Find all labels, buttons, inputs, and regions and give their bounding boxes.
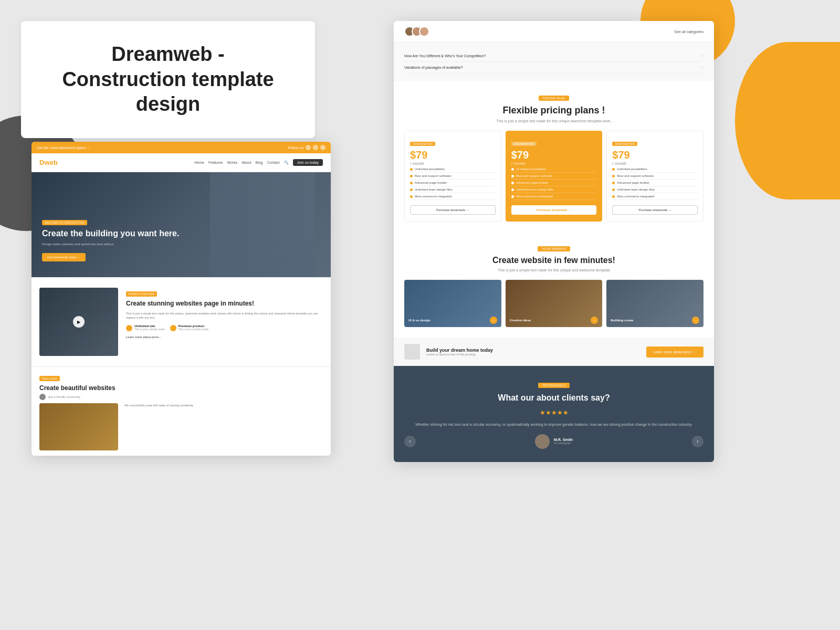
play-button[interactable]: ▶ (73, 316, 85, 328)
plan-feature-2-4: Unlimited team design files (511, 186, 597, 193)
right-mockup: See all categories How Are You Different… (394, 21, 714, 462)
social-icon-2 (313, 145, 318, 150)
mockup-topbar: Get the most advanced option → Follow us (32, 142, 331, 153)
hero-tag: WELCOME TO CONSTRUCTION (42, 220, 87, 225)
nav-link-blog[interactable]: Blog (256, 161, 263, 164)
testimonials-stars: ★★★★★ (404, 409, 704, 416)
right-testimonials: TESTIMONIALS What our about clients say?… (394, 366, 714, 462)
plan-feature-1-1: Unlimited possibilities (410, 166, 496, 173)
plan-period-1: / month (410, 161, 496, 166)
website-image-3: Building create → (606, 280, 704, 327)
mockup-nav-links: Home Features Works About Blog Contact 🔍… (194, 159, 323, 166)
plan-cta-2[interactable]: Purchase dreamweb → (511, 205, 597, 215)
testimonials-prev-button[interactable]: ‹ (404, 436, 416, 447)
plan-feature-1-5: Woo-commerce integrated (410, 193, 496, 200)
pricing-card-3: ORGANISATION $79 / month Unlimited possi… (606, 131, 704, 222)
testimonials-author-avatar (535, 434, 550, 449)
nav-search-icon[interactable]: 🔍 (284, 161, 289, 165)
logo-d: D (39, 159, 44, 166)
topbar-left-text: Get the most advanced option → (37, 146, 90, 150)
feature-text: PRODUCT FEATURE Create stunning websites… (126, 288, 323, 356)
mockup-nav: Dweb Home Features Works About Blog Cont… (32, 153, 331, 172)
logo-suffix: web (44, 159, 57, 166)
hero-title: Create the building you want here. (42, 228, 179, 239)
faq-item-1[interactable]: How Are You Different & Who's Your Compe… (404, 50, 704, 62)
website-subtitle: This is just a simple text made for this… (404, 268, 704, 272)
faq-text-1: How Are You Different & Who's Your Compe… (404, 54, 486, 58)
hero-content: WELCOME TO CONSTRUCTION Create the build… (42, 216, 179, 261)
nav-link-features[interactable]: Features (208, 161, 223, 164)
mockup-logo: Dweb (39, 159, 58, 166)
website-image-btn-2[interactable]: → (591, 317, 598, 324)
feature-description: This is just a simple text made for this… (126, 311, 323, 321)
website-image-btn-3[interactable]: → (692, 317, 699, 324)
feature-item-sub-1: This is just a simple made (134, 328, 165, 331)
plan-feature-2-5: Woo-commerce integrated (511, 193, 597, 200)
nav-cta-button[interactable]: Join us today (293, 159, 323, 166)
website-image-label-3: Building create → (611, 317, 699, 324)
pricing-card-2: ORGANISATION $79 / month UI limited poss… (506, 131, 603, 222)
plan-tag-3: ORGANISATION (612, 142, 637, 146)
hero-cta-button[interactable]: Get dreamweb today → (42, 253, 86, 261)
faq-item-2[interactable]: Variations of passages of available? + (404, 62, 704, 74)
website-image-btn-1[interactable]: → (490, 317, 497, 324)
website-image-1: UI & ux design → (404, 280, 501, 327)
website-image-text-2: Creative ideas (510, 319, 531, 322)
website-image-label-1: UI & ux design → (408, 317, 497, 324)
feature-learn-link[interactable]: Learn more about price › (126, 335, 323, 339)
nav-link-contact[interactable]: Contact (267, 161, 280, 164)
nav-link-about[interactable]: About (242, 161, 251, 164)
plan-tag-2: ORGANISATION (511, 142, 537, 146)
testimonials-author: M.R. Smith Art designer (535, 434, 573, 449)
bottom-image-overlay (39, 403, 118, 450)
feature-items: Unlimited site This is just a simple mad… (126, 324, 323, 331)
feature-title: Create stunning websites page in minutes… (126, 300, 323, 308)
testimonials-next-button[interactable]: › (692, 436, 704, 447)
plan-feature-2-1: UI limited possibilities (511, 166, 597, 173)
bottom-text-content: We successfully cope with tasks of varyi… (124, 403, 323, 450)
pricing-cards: ORGANISATION $79 / month Unlimited possi… (404, 131, 704, 222)
website-image-text-1: UI & ux design (408, 319, 430, 322)
plan-cta-3[interactable]: Purchase dreamweb → (612, 205, 698, 215)
nav-link-works[interactable]: Works (227, 161, 238, 164)
pricing-tag: PRICING PLAN (539, 96, 569, 101)
nav-link-home[interactable]: Home (194, 161, 204, 164)
plan-period-3: / month (612, 161, 698, 166)
website-image-text-3: Building create (611, 319, 633, 322)
plan-feature-3-2: Best and support software (612, 173, 698, 180)
plan-cta-1[interactable]: Purchase dreamweb → (410, 205, 496, 215)
bottom-image (39, 403, 118, 450)
right-nav-avatars (404, 26, 429, 37)
pricing-title: Flexible pricing plans ! (404, 105, 704, 116)
left-mockup: Get the most advanced option → Follow us… (32, 142, 331, 456)
feature-item-text-1: Unlimited site This is just a simple mad… (134, 324, 165, 331)
plan-price-1: $79 (410, 149, 496, 161)
hero-crane-image (210, 172, 315, 277)
topbar-follow-text: Follow us (288, 146, 303, 150)
cta-text: Build your dream home today Lorem is dum… (426, 348, 640, 356)
page-title: Dreamweb - Construction template design (47, 42, 289, 117)
mockup-bottom: Team section Create beautiful websites J… (32, 366, 331, 456)
website-images: UI & ux design → Creative ideas → Buildi… (404, 280, 704, 327)
social-icon-3 (320, 145, 326, 150)
plan-feature-2-2: Best and support software (511, 173, 597, 180)
testimonials-text: Whether striving for net zero and a circ… (404, 422, 704, 428)
bottom-title: Create beautiful websites (39, 384, 323, 392)
right-nav-link-categories[interactable]: See all categories (674, 30, 704, 34)
cta-button[interactable]: Learn more about price → (646, 346, 704, 358)
cta-title: Build your dream home today (426, 348, 640, 353)
avatar-3 (419, 26, 429, 37)
testimonials-tag: TESTIMONIALS (538, 383, 570, 388)
faq-text-2: Variations of passages of available? (404, 66, 463, 69)
plan-feature-3-5: Woo-commerce integrated (612, 193, 698, 200)
pricing-subtitle: This is just a simple text made for this… (404, 119, 704, 123)
plan-feature-3-3: Advanced page builder (612, 180, 698, 186)
testimonials-author-role: Art designer (554, 442, 573, 445)
faq-chevron-2: + (701, 65, 704, 70)
website-tag: YOUR WEBSITE (538, 246, 570, 251)
hero-subtitle: Design better websites and spend less ti… (42, 243, 179, 246)
testimonials-title: What our about clients say? (404, 393, 704, 403)
right-mockup-nav: See all categories (394, 21, 714, 43)
cta-subtitle: Lorem is dummy text of the printing (426, 353, 640, 356)
bottom-person: Join a friendly community (39, 394, 80, 400)
